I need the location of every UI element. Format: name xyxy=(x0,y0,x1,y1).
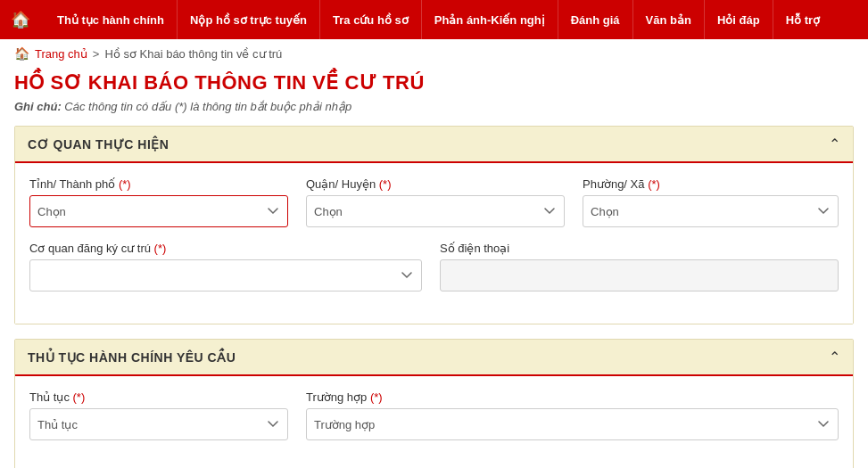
breadcrumb: 🏠 Trang chủ > Hồ sơ Khai báo thông tin v… xyxy=(0,39,868,68)
section-thu-tuc: THỦ TỤC HÀNH CHÍNH YÊU CẦU ⌃ Thủ tục (*)… xyxy=(14,339,854,468)
section-thu-tuc-header[interactable]: THỦ TỤC HÀNH CHÍNH YÊU CẦU ⌃ xyxy=(15,340,853,376)
required-phuong: (*) xyxy=(648,177,660,191)
label-coquan: Cơ quan đăng ký cư trú (*) xyxy=(29,242,422,255)
nav-item-tra-cuu[interactable]: Tra cứu hồ sơ xyxy=(320,0,422,39)
select-quan[interactable]: Chọn xyxy=(306,195,565,227)
select-phuong[interactable]: Chọn xyxy=(583,195,839,227)
nav-item-ho-tro[interactable]: Hỗ trợ xyxy=(773,0,832,39)
nav-menu: Thủ tục hành chính Nộp hồ sơ trực tuyến … xyxy=(45,0,832,39)
section-co-quan-chevron: ⌃ xyxy=(829,135,840,152)
required-tinh: (*) xyxy=(119,177,131,191)
field-sodienthoai: Số điện thoại xyxy=(440,242,839,291)
select-tinh[interactable]: Chọn xyxy=(29,195,288,227)
section-thu-tuc-title: THỦ TỤC HÀNH CHÍNH YÊU CẦU xyxy=(28,350,236,365)
field-phuong: Phường/ Xã (*) Chọn xyxy=(583,177,839,227)
required-coquan: (*) xyxy=(154,242,167,255)
nav-item-phan-anh[interactable]: Phản ánh-Kiến nghị xyxy=(422,0,558,39)
label-quan: Quận/ Huyện (*) xyxy=(306,177,565,191)
select-coquan[interactable] xyxy=(29,259,422,291)
nav-item-nop-ho-so[interactable]: Nộp hồ sơ trực tuyến xyxy=(178,0,320,39)
input-sodienthoai[interactable] xyxy=(440,259,839,291)
section-co-quan-body: Tỉnh/ Thành phố (*) Chọn Quận/ Huyện (*)… xyxy=(15,163,853,324)
field-truonghop: Trường hợp (*) Trường hợp xyxy=(306,390,839,440)
field-coquan: Cơ quan đăng ký cư trú (*) xyxy=(29,242,422,291)
navbar: 🏠 Thủ tục hành chính Nộp hồ sơ trực tuyế… xyxy=(0,0,868,39)
required-quan: (*) xyxy=(379,177,392,191)
section-co-quan-title: CƠ QUAN THỰC HIỆN xyxy=(28,137,169,152)
nav-item-van-ban[interactable]: Văn bản xyxy=(633,0,705,39)
label-sodienthoai: Số điện thoại xyxy=(440,242,839,255)
form-row-thutuc: Thủ tục (*) Thủ tục Trường hợp (*) Trườn… xyxy=(29,390,839,440)
nav-item-hoi-dap[interactable]: Hỏi đáp xyxy=(705,0,773,39)
main-content: HỒ SƠ KHAI BÁO THÔNG TIN VỀ CƯ TRÚ Ghi c… xyxy=(0,71,868,468)
label-truonghop: Trường hợp (*) xyxy=(306,390,839,404)
required-thutuc: (*) xyxy=(73,390,86,404)
field-quan: Quận/ Huyện (*) Chọn xyxy=(306,177,565,227)
select-truonghop[interactable]: Trường hợp xyxy=(306,408,839,440)
page-title: HỒ SƠ KHAI BÁO THÔNG TIN VỀ CƯ TRÚ xyxy=(14,71,854,94)
select-thutuc[interactable]: Thủ tục xyxy=(29,408,288,440)
required-truonghop: (*) xyxy=(370,390,383,404)
section-thu-tuc-chevron: ⌃ xyxy=(829,349,840,365)
form-row-coquan: Cơ quan đăng ký cư trú (*) Số điện thoại xyxy=(29,242,839,291)
nav-item-danh-gia[interactable]: Đánh giá xyxy=(558,0,633,39)
form-note: Ghi chú: Các thông tin có dấu (*) là thô… xyxy=(14,100,854,113)
label-phuong: Phường/ Xã (*) xyxy=(583,177,839,191)
section-co-quan-header[interactable]: CƠ QUAN THỰC HIỆN ⌃ xyxy=(15,127,853,163)
section-co-quan: CƠ QUAN THỰC HIỆN ⌃ Tỉnh/ Thành phố (*) … xyxy=(14,126,854,324)
field-tinh: Tỉnh/ Thành phố (*) Chọn xyxy=(29,177,288,227)
label-thutuc: Thủ tục (*) xyxy=(29,390,288,404)
section-thu-tuc-body: Thủ tục (*) Thủ tục Trường hợp (*) Trườn… xyxy=(15,376,853,468)
label-tinh: Tỉnh/ Thành phố (*) xyxy=(29,177,288,191)
nav-item-thu-tuc-hanh-chinh[interactable]: Thủ tục hành chính xyxy=(45,0,178,39)
form-row-location: Tỉnh/ Thành phố (*) Chọn Quận/ Huyện (*)… xyxy=(29,177,839,227)
field-thutuc: Thủ tục (*) Thủ tục xyxy=(29,390,288,440)
home-nav-icon[interactable]: 🏠 xyxy=(11,10,30,29)
breadcrumb-separator: > xyxy=(93,47,100,61)
breadcrumb-home-link[interactable]: Trang chủ xyxy=(35,47,87,61)
breadcrumb-home-icon: 🏠 xyxy=(14,46,29,61)
breadcrumb-current: Hồ sơ Khai báo thông tin về cư trú xyxy=(104,47,282,61)
